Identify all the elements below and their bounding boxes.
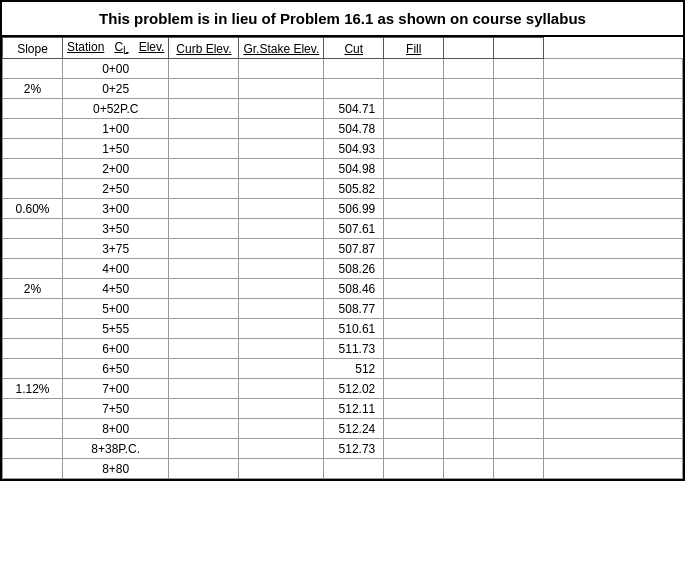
main-table: Slope Station CL Elev. Curb Elev. Gr.Sta…: [2, 37, 683, 479]
th-curb-elev: Curb Elev.: [169, 38, 239, 59]
table-row: 0+52P.C504.71: [3, 99, 683, 119]
th-extra2: [494, 38, 544, 59]
table-row: 1+50504.93: [3, 139, 683, 159]
table-row: 3+75507.87: [3, 239, 683, 259]
th-slope: Slope: [3, 38, 63, 59]
table-row: 0+00: [3, 59, 683, 79]
header: This problem is in lieu of Problem 16.1 …: [0, 0, 685, 35]
table-row: 8+00512.24: [3, 419, 683, 439]
table-row: 5+00508.77: [3, 299, 683, 319]
table-wrapper: Slope Station CL Elev. Curb Elev. Gr.Sta…: [0, 35, 685, 481]
table-row: 1.12%7+00512.02: [3, 379, 683, 399]
table-row: 2%4+50508.46: [3, 279, 683, 299]
table-row: 2+00504.98: [3, 159, 683, 179]
th-fill: Fill: [384, 38, 444, 59]
table-body: 0+002%0+250+52P.C504.711+00504.781+50504…: [3, 59, 683, 479]
table-row: 1+00504.78: [3, 119, 683, 139]
th-extra1: [444, 38, 494, 59]
table-row: 6+50512: [3, 359, 683, 379]
table-row: 8+38P.C.512.73: [3, 439, 683, 459]
th-cut: Cut: [324, 38, 384, 59]
table-row: 2%0+25: [3, 79, 683, 99]
table-row: 7+50512.11: [3, 399, 683, 419]
table-header-row: Slope Station CL Elev. Curb Elev. Gr.Sta…: [3, 38, 683, 59]
table-row: 3+50507.61: [3, 219, 683, 239]
table-row: 6+00511.73: [3, 339, 683, 359]
table-row: 5+55510.61: [3, 319, 683, 339]
th-station: Station CL Elev.: [63, 38, 169, 59]
table-row: 0.60%3+00506.99: [3, 199, 683, 219]
table-row: 8+80: [3, 459, 683, 479]
th-gr-stake: Gr.Stake Elev.: [239, 38, 324, 59]
table-row: 2+50505.82: [3, 179, 683, 199]
table-row: 4+00508.26: [3, 259, 683, 279]
